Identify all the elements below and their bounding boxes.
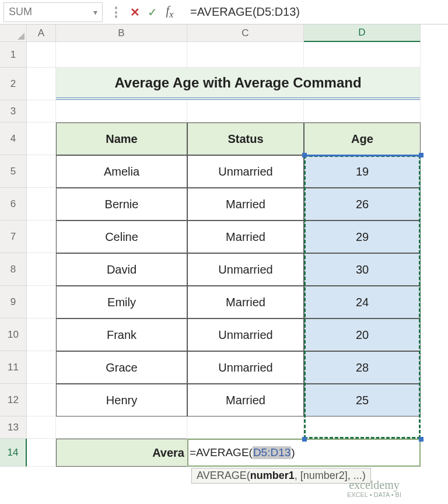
row-header-13[interactable]: 13: [0, 416, 27, 439]
formula-range-ref: D5:D13: [253, 446, 291, 459]
row-header-2[interactable]: 2: [0, 68, 27, 100]
cell[interactable]: [27, 253, 56, 286]
cell[interactable]: [56, 416, 187, 439]
cell-age[interactable]: 25: [304, 384, 421, 416]
header-age[interactable]: Age: [304, 123, 421, 155]
cell-name[interactable]: Emily: [56, 286, 187, 318]
cell-age[interactable]: 20: [304, 318, 421, 351]
row-header-7[interactable]: 7: [0, 220, 27, 253]
cell-age[interactable]: 24: [304, 286, 421, 318]
confirm-icon[interactable]: ✓: [144, 5, 161, 19]
row-header-8[interactable]: 8: [0, 253, 27, 286]
range-handle[interactable]: [419, 437, 424, 442]
row-header-3[interactable]: 3: [0, 100, 27, 123]
separator-icon: ⋮: [110, 5, 123, 20]
formula-input[interactable]: =AVERAGE(D5:D13): [178, 5, 448, 19]
table-row: BernieMarried26: [27, 188, 421, 220]
table-row: CelineMarried29: [27, 220, 421, 253]
row-header-6[interactable]: 6: [0, 188, 27, 220]
cell-status[interactable]: Unmarried: [187, 351, 304, 384]
cell-name[interactable]: Henry: [56, 384, 187, 416]
row-header-5[interactable]: 5: [0, 155, 27, 188]
row-headers: 1234567891011121314: [0, 42, 27, 467]
cell-age[interactable]: 19: [304, 155, 421, 188]
name-box-value: SUM: [9, 6, 32, 18]
cell-status[interactable]: Married: [187, 384, 304, 416]
cell[interactable]: [27, 155, 56, 188]
table-row: Avera =AVERAGE(D5:D13): [27, 439, 421, 467]
formula-bar: SUM ▾ ⋮ ✕ ✓ fx =AVERAGE(D5:D13): [0, 0, 448, 24]
cell[interactable]: [56, 100, 187, 123]
table-row: [27, 100, 421, 123]
table-row: Name Status Age: [27, 123, 421, 155]
cell-name[interactable]: Amelia: [56, 155, 187, 188]
header-status[interactable]: Status: [187, 123, 304, 155]
cell[interactable]: [304, 100, 421, 123]
cell[interactable]: [27, 220, 56, 253]
cell[interactable]: [27, 416, 56, 439]
column-header-D[interactable]: D: [304, 24, 421, 42]
cell[interactable]: [187, 42, 304, 68]
cell-status[interactable]: Married: [187, 188, 304, 220]
row-header-12[interactable]: 12: [0, 384, 27, 416]
average-formula-cell[interactable]: =AVERAGE(D5:D13): [187, 439, 421, 467]
range-handle[interactable]: [302, 437, 307, 442]
row-header-14[interactable]: 14: [0, 439, 27, 467]
cell-age[interactable]: 30: [304, 253, 421, 286]
fx-icon[interactable]: fx: [161, 4, 178, 20]
row-header-10[interactable]: 10: [0, 318, 27, 351]
table-row: [27, 416, 421, 439]
formula-suffix: ): [291, 446, 295, 459]
cell-age[interactable]: 29: [304, 220, 421, 253]
name-box[interactable]: SUM ▾: [4, 2, 103, 22]
table-row: Average Age with Average Command: [27, 68, 421, 100]
column-header-B[interactable]: B: [56, 24, 187, 42]
table-row: AmeliaUnmarried19: [27, 155, 421, 188]
cell[interactable]: [27, 188, 56, 220]
cell[interactable]: [56, 42, 187, 68]
cell[interactable]: [27, 42, 56, 68]
cell-name[interactable]: Grace: [56, 351, 187, 384]
chevron-down-icon[interactable]: ▾: [93, 8, 97, 17]
title-cell[interactable]: Average Age with Average Command: [56, 68, 421, 100]
cell[interactable]: [304, 416, 421, 439]
cell[interactable]: [27, 439, 56, 467]
cell[interactable]: [187, 100, 304, 123]
row-header-4[interactable]: 4: [0, 123, 27, 155]
cell-name[interactable]: Celine: [56, 220, 187, 253]
table-row: HenryMarried25: [27, 384, 421, 416]
cell-status[interactable]: Unmarried: [187, 253, 304, 286]
cell[interactable]: [27, 318, 56, 351]
cell-status[interactable]: Unmarried: [187, 155, 304, 188]
cell-status[interactable]: Married: [187, 286, 304, 318]
column-header-A[interactable]: A: [27, 24, 56, 42]
row-header-1[interactable]: 1: [0, 42, 27, 68]
cell[interactable]: [27, 123, 56, 155]
header-name[interactable]: Name: [56, 123, 187, 155]
range-handle[interactable]: [419, 153, 424, 158]
row-header-9[interactable]: 9: [0, 286, 27, 318]
cell-status[interactable]: Married: [187, 220, 304, 253]
cells-area[interactable]: Average Age with Average Command Name St…: [27, 42, 421, 467]
cell[interactable]: [187, 416, 304, 439]
cell-age[interactable]: 26: [304, 188, 421, 220]
cell-status[interactable]: Unmarried: [187, 318, 304, 351]
select-all-corner[interactable]: [0, 24, 27, 42]
column-header-C[interactable]: C: [187, 24, 304, 42]
range-handle[interactable]: [302, 153, 307, 158]
cell-name[interactable]: David: [56, 253, 187, 286]
range-top-line: [304, 155, 421, 156]
cell[interactable]: [27, 68, 56, 100]
cell[interactable]: [27, 351, 56, 384]
cell-name[interactable]: Frank: [56, 318, 187, 351]
cell[interactable]: [27, 286, 56, 318]
row-header-11[interactable]: 11: [0, 351, 27, 384]
cell-name[interactable]: Bernie: [56, 188, 187, 220]
cell-age[interactable]: 28: [304, 351, 421, 384]
cell[interactable]: [304, 42, 421, 68]
cell[interactable]: [27, 100, 56, 123]
page-title: Average Age with Average Command: [114, 75, 361, 91]
cell[interactable]: [27, 384, 56, 416]
cancel-icon[interactable]: ✕: [126, 5, 144, 19]
average-label-cell[interactable]: Avera: [56, 439, 187, 467]
